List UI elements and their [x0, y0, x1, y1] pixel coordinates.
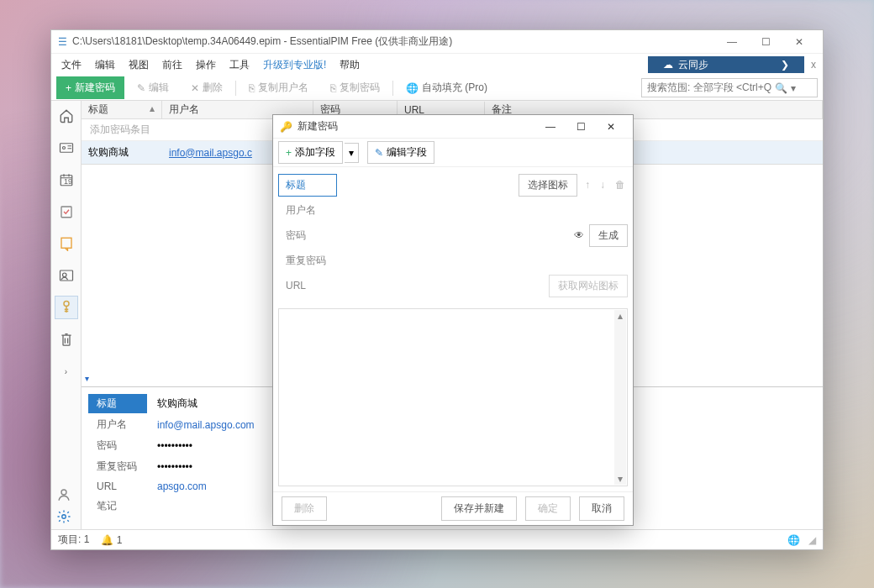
field-label-title[interactable]: 标题	[278, 174, 337, 197]
resize-grip-icon[interactable]: ◢	[808, 534, 816, 546]
toolbar: +新建密码 ✎编辑 ✕删除 ⎘复制用户名 ⎘复制密码 🌐自动填充 (Pro) 搜…	[51, 76, 823, 101]
generate-button[interactable]: 生成	[589, 224, 628, 247]
detail-val-pwd: ••••••••••	[149, 436, 263, 455]
search-icon: 🔍	[775, 82, 787, 94]
detail-lbl-note: 笔记	[88, 496, 147, 516]
sidebar-people[interactable]	[55, 264, 78, 287]
statusbar: 项目: 1 🔔 1 🌐 ◢	[51, 529, 823, 549]
edit-field-button[interactable]: ✎ 编辑字段	[367, 141, 434, 164]
ok-button[interactable]: 确定	[525, 496, 571, 521]
scrollbar[interactable]: ▴▾	[614, 310, 626, 485]
svg-point-10	[62, 515, 66, 519]
cloud-sync-banner[interactable]: ☁云同步❯	[648, 56, 804, 73]
sidebar-passwords[interactable]	[55, 296, 78, 319]
svg-text:19: 19	[64, 177, 72, 186]
bell-icon: 🔔	[101, 534, 113, 546]
menubar: 文件 编辑 视图 前往 操作 工具 升级到专业版! 帮助 ☁云同步❯ x	[51, 54, 823, 76]
key-icon: 🔑	[280, 121, 292, 133]
sidebar-trash[interactable]	[55, 328, 78, 351]
field-label-pwd[interactable]: 密码	[278, 224, 337, 247]
globe-icon: 🌐	[406, 82, 419, 94]
dialog-fields: 标题 选择图标 ↑ ↓ 🗑 用户名 密码👁生成 重复密码 URL获取网站图标	[273, 167, 633, 303]
detail-lbl-title: 标题	[88, 394, 147, 413]
svg-point-9	[61, 490, 66, 495]
sidebar: 19 ›	[51, 101, 82, 529]
save-and-new-button[interactable]: 保存并新建	[441, 496, 517, 521]
dialog-toolbar: + 添加字段 ▾ ✎ 编辑字段	[273, 139, 633, 167]
new-password-dialog: 🔑 新建密码 — ☐ ✕ + 添加字段 ▾ ✎ 编辑字段 标题 选择图标 ↑ ↓…	[272, 114, 634, 526]
menu-upgrade[interactable]: 升级到专业版!	[256, 55, 333, 76]
add-field-button[interactable]: + 添加字段	[278, 141, 343, 164]
menu-tool[interactable]: 工具	[223, 55, 256, 76]
menu-file[interactable]: 文件	[55, 55, 88, 76]
field-input-user[interactable]	[342, 200, 628, 220]
globe-icon[interactable]: 🌐	[787, 534, 800, 546]
copy-icon: ⎘	[249, 82, 255, 94]
edit-button[interactable]: ✎编辑	[128, 76, 178, 99]
arrow-down-icon[interactable]: ↓	[598, 179, 608, 191]
chevron-right-icon: ›	[65, 367, 67, 376]
plus-icon: +	[66, 82, 71, 94]
dialog-close[interactable]: ✕	[596, 117, 626, 137]
menu-view[interactable]: 视图	[122, 55, 155, 76]
field-input-rpwd[interactable]	[342, 250, 628, 270]
settings-icon[interactable]	[56, 509, 71, 524]
menu-edit[interactable]: 编辑	[88, 55, 122, 76]
svg-point-1	[62, 147, 65, 150]
cloud-close[interactable]: x	[808, 59, 819, 71]
trash-icon[interactable]: 🗑	[613, 179, 628, 191]
minimize-button[interactable]: —	[715, 32, 749, 52]
col-title[interactable]: 标题 ▴	[82, 101, 162, 119]
field-label-url[interactable]: URL	[278, 276, 337, 296]
field-input-url[interactable]	[342, 276, 544, 296]
copy-username-button[interactable]: ⎘复制用户名	[240, 76, 318, 99]
menu-help[interactable]: 帮助	[333, 55, 366, 76]
delete-button[interactable]: ✕删除	[182, 76, 232, 99]
sidebar-contacts[interactable]	[55, 136, 78, 160]
dialog-delete-button[interactable]: 删除	[282, 496, 327, 521]
plus-icon: +	[286, 147, 292, 159]
add-field-dropdown[interactable]: ▾	[345, 143, 359, 163]
status-bell[interactable]: 🔔 1	[101, 534, 122, 546]
detail-lbl-rpwd: 重复密码	[88, 457, 147, 476]
search-box[interactable]: 搜索范围: 全部字段 <Ctrl+Q🔍▾	[641, 78, 818, 97]
dialog-minimize[interactable]: —	[535, 117, 566, 137]
field-input-pwd[interactable]	[342, 225, 569, 245]
menu-goto[interactable]: 前往	[155, 55, 189, 76]
field-label-user[interactable]: 用户名	[278, 199, 337, 222]
detail-lbl-url: URL	[88, 478, 147, 495]
field-label-rpwd[interactable]: 重复密码	[278, 249, 337, 272]
notes-area[interactable]: ▴▾	[278, 308, 628, 486]
cancel-button[interactable]: 取消	[579, 496, 624, 521]
svg-rect-5	[61, 238, 71, 248]
collapse-toggle[interactable]: ▾	[85, 374, 89, 383]
chevron-right-icon: ❯	[781, 59, 789, 71]
detail-val-user[interactable]: info@mail.apsgo.com	[149, 415, 263, 434]
close-button[interactable]: ✕	[782, 32, 816, 52]
detail-val-url[interactable]: apsgo.com	[149, 478, 263, 495]
user-icon[interactable]	[56, 487, 71, 502]
new-password-button[interactable]: +新建密码	[56, 76, 124, 99]
sidebar-more[interactable]: ›	[55, 360, 78, 383]
dialog-maximize[interactable]: ☐	[566, 117, 596, 137]
menu-action[interactable]: 操作	[189, 55, 223, 76]
svg-point-8	[64, 302, 69, 307]
x-icon: ✕	[191, 82, 199, 94]
sidebar-notes[interactable]	[55, 232, 78, 255]
field-input-title[interactable]	[342, 175, 513, 195]
eye-icon[interactable]: 👁	[574, 229, 584, 241]
detail-lbl-pwd: 密码	[88, 436, 147, 455]
sidebar-calendar[interactable]: 19	[55, 168, 78, 192]
autofill-button[interactable]: 🌐自动填充 (Pro)	[397, 76, 497, 99]
get-site-icon-button[interactable]: 获取网站图标	[549, 275, 628, 297]
maximize-button[interactable]: ☐	[749, 32, 782, 52]
sidebar-tasks[interactable]	[55, 200, 78, 223]
arrow-up-icon[interactable]: ↑	[582, 179, 592, 191]
sidebar-home[interactable]	[55, 104, 78, 128]
select-icon-button[interactable]: 选择图标	[519, 174, 577, 197]
status-items: 项目: 1	[58, 533, 89, 547]
copy-password-button[interactable]: ⎘复制密码	[321, 76, 389, 99]
sort-asc-icon: ▴	[150, 102, 155, 114]
window-title: C:\Users\18181\Desktop\temp.34A06449.epi…	[72, 34, 715, 49]
pencil-icon: ✎	[137, 82, 145, 94]
